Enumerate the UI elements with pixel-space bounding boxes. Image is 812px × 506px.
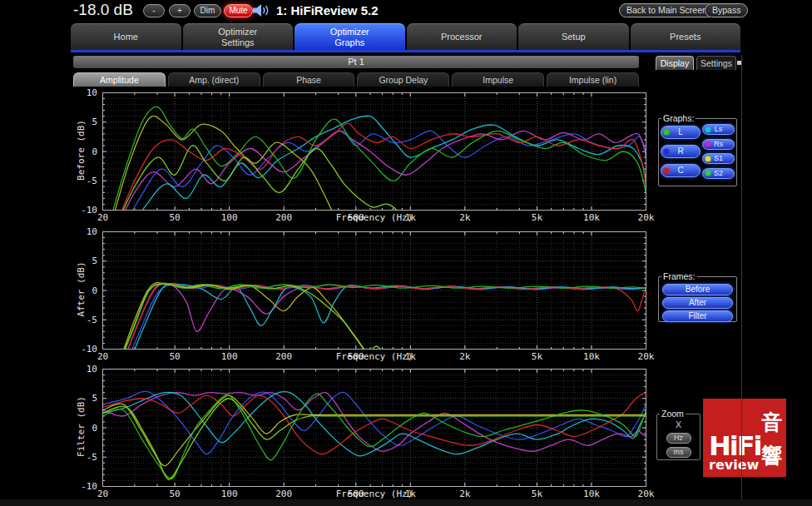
- channel-label: Rs: [714, 140, 723, 148]
- channel-color-dot: [706, 156, 710, 161]
- x-tick-label: 100: [213, 489, 246, 499]
- sidebar-divider: [741, 55, 742, 499]
- main-tab-bar: Home OptimizerSettings OptimizerGraphs P…: [71, 23, 740, 50]
- tab-settings[interactable]: Settings: [696, 56, 736, 70]
- frame-button-after[interactable]: After: [662, 297, 733, 309]
- channel-label: S1: [714, 154, 723, 162]
- tab-presets[interactable]: Presets: [631, 23, 741, 50]
- volume-up-button[interactable]: +: [169, 4, 191, 17]
- frame-button-filter[interactable]: Filter: [662, 310, 733, 322]
- after-plot: [102, 231, 646, 350]
- frame-button-before[interactable]: Before: [662, 284, 733, 295]
- app-title: 1: HiFiReview 5.2: [276, 3, 379, 17]
- channel-button-Ls[interactable]: Ls: [702, 124, 735, 135]
- bypass-button[interactable]: Bypass: [705, 3, 748, 17]
- channel-label: L: [678, 127, 683, 136]
- x-tick-label: 2k: [448, 489, 482, 499]
- tab-amplitude[interactable]: Amplitude: [73, 72, 166, 87]
- tab-label: Home: [114, 32, 138, 42]
- preset-point-bar[interactable]: Pt 1: [73, 56, 639, 68]
- frames-panel: Frames: Before After Filter: [658, 271, 737, 322]
- hifi-review-logo: HiFi review 音 響: [703, 399, 786, 477]
- logo-title: HiFi: [709, 434, 761, 459]
- zoom-panel-label: Zoom: [660, 409, 686, 419]
- tab-impulse-lin[interactable]: Impulse (lin): [547, 72, 639, 87]
- channel-color-dot: [664, 130, 669, 135]
- channel-button-S2[interactable]: S2: [702, 168, 735, 179]
- tab-display[interactable]: Display: [656, 56, 694, 70]
- tab-amp-direct[interactable]: Amp. (direct): [168, 72, 260, 87]
- x-tick-label: 20k: [630, 212, 663, 223]
- y-axis-title: Filter (dB): [76, 368, 87, 486]
- tab-phase[interactable]: Phase: [263, 72, 355, 87]
- before-plot: [102, 92, 646, 211]
- y-axis-title: After (dB): [76, 231, 87, 349]
- x-tick-label: 20k: [630, 489, 663, 499]
- optimizer-app: -18.0 dB - + Dim Mute 1: HiFiReview 5.2 …: [0, 0, 812, 506]
- graph-tab-bar: Amplitude Amp. (direct) Phase Group Dela…: [73, 72, 639, 87]
- channel-color-dot: [664, 168, 669, 173]
- x-tick-label: 50: [158, 489, 191, 499]
- channel-label: S2: [714, 169, 723, 177]
- x-axis-title: Frequency (Hz): [316, 351, 433, 362]
- channel-button-Rs[interactable]: Rs: [702, 139, 735, 150]
- x-tick-label: 10k: [575, 489, 608, 499]
- zoom-panel: Zoom X Hz ms: [656, 409, 701, 460]
- tab-label: Processor: [441, 32, 483, 42]
- channel-button-L[interactable]: L: [661, 126, 701, 139]
- active-tab-underline: [71, 50, 740, 52]
- logo-cjk-top: 音: [761, 411, 783, 434]
- graphs-panel: Graphs: L R C Ls: [658, 113, 737, 186]
- tab-label: Optimizer: [218, 27, 257, 37]
- x-axis-title: Frequency (Hz): [316, 212, 433, 223]
- x-tick-label: 200: [267, 212, 300, 223]
- x-tick-label: 20: [87, 212, 120, 223]
- channel-button-S1[interactable]: S1: [702, 153, 735, 164]
- x-tick-label: 100: [213, 351, 246, 362]
- x-tick-label: 20: [87, 489, 120, 499]
- zoom-ms-button[interactable]: ms: [666, 447, 691, 458]
- tab-label: Optimizer: [330, 27, 369, 37]
- tab-group-delay[interactable]: Group Delay: [357, 72, 449, 87]
- bottom-edge-strip: [0, 499, 812, 506]
- channel-color-dot: [706, 127, 710, 132]
- volume-down-button[interactable]: -: [143, 4, 165, 17]
- mute-button[interactable]: Mute: [224, 4, 253, 17]
- tab-setup[interactable]: Setup: [518, 23, 629, 50]
- logo-cjk-bottom: 響: [761, 444, 783, 467]
- channel-label: Ls: [715, 125, 723, 133]
- x-tick-label: 50: [158, 212, 191, 223]
- volume-display: -18.0 dB: [73, 1, 133, 19]
- y-axis-title: Before (dB): [76, 92, 87, 210]
- tab-optimizer-settings[interactable]: OptimizerSettings: [183, 23, 294, 50]
- channel-label: C: [677, 166, 683, 175]
- x-tick-label: 100: [213, 212, 246, 223]
- tab-label: Setup: [562, 32, 586, 42]
- channel-label: R: [677, 146, 683, 156]
- tab-processor[interactable]: Processor: [407, 23, 517, 50]
- x-tick-label: 10k: [575, 212, 608, 223]
- zoom-hz-button[interactable]: Hz: [666, 433, 691, 444]
- x-axis-title: Frequency (Hz): [316, 489, 433, 499]
- dim-button[interactable]: Dim: [194, 4, 221, 17]
- frames-panel-label: Frames:: [661, 271, 697, 281]
- back-to-main-screen-button[interactable]: Back to Main Screen: [619, 3, 715, 17]
- filter-plot: [102, 369, 646, 487]
- x-tick-label: 20k: [630, 351, 663, 362]
- tab-impulse[interactable]: Impulse: [452, 72, 544, 87]
- speaker-icon: [252, 3, 270, 21]
- channel-color-dot: [664, 149, 669, 154]
- x-tick-label: 5k: [520, 351, 553, 362]
- x-tick-label: 2k: [448, 212, 482, 223]
- tab-optimizer-graphs[interactable]: OptimizerGraphs: [295, 23, 405, 50]
- graphs-panel-label: Graphs:: [661, 113, 696, 123]
- channel-button-R[interactable]: R: [661, 145, 701, 158]
- tab-label: Settings: [221, 37, 255, 48]
- tab-label: Presets: [670, 32, 701, 42]
- zoom-axis-label: X: [659, 419, 698, 429]
- channel-button-C[interactable]: C: [661, 164, 701, 177]
- tab-home[interactable]: Home: [71, 23, 181, 50]
- logo-cjk-text: 音 響: [761, 405, 783, 472]
- x-tick-label: 2k: [448, 351, 482, 362]
- x-tick-label: 20: [87, 351, 120, 362]
